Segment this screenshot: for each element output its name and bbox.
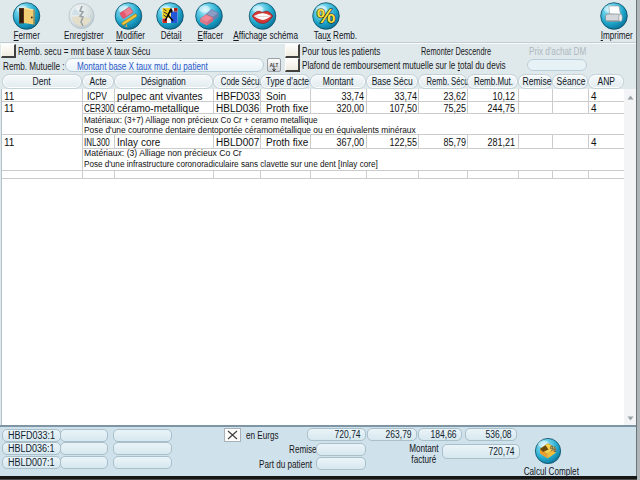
svg-text:%: % [317, 4, 336, 27]
svg-text:ALT: ALT [270, 63, 279, 68]
